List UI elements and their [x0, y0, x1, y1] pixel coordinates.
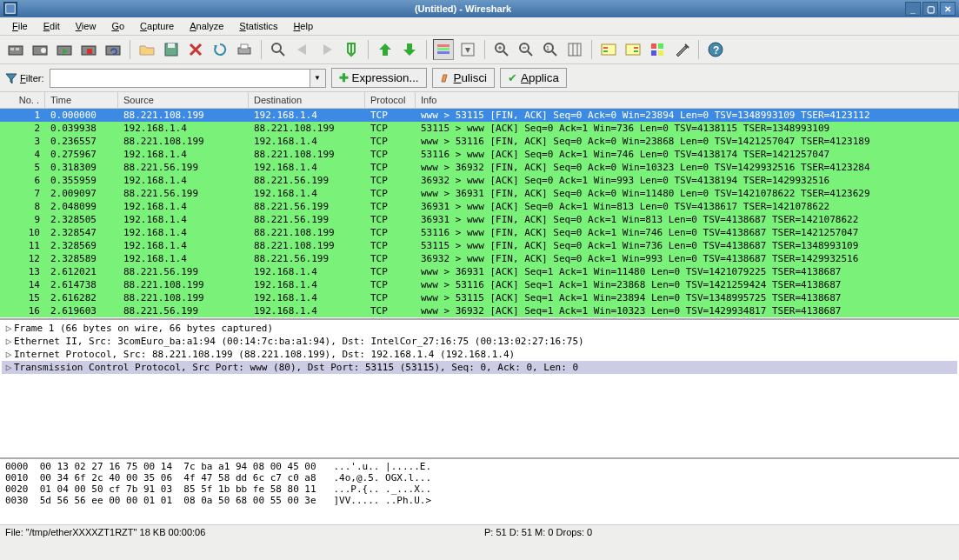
- preferences-icon[interactable]: [671, 39, 692, 60]
- menubar: File Edit View Go Capture Analyze Statis…: [0, 17, 959, 36]
- svg-line-37: [552, 51, 556, 56]
- tree-toggle-icon[interactable]: ▷: [3, 336, 14, 347]
- menu-edit[interactable]: Edit: [37, 19, 67, 33]
- go-back-icon[interactable]: [292, 39, 313, 60]
- zoom-in-icon[interactable]: [491, 39, 512, 60]
- col-header-source[interactable]: Source: [118, 92, 249, 108]
- go-first-icon[interactable]: [375, 39, 396, 60]
- packet-row[interactable]: 92.328505192.168.1.488.221.56.199TCP3693…: [0, 213, 959, 226]
- filter-label[interactable]: Filter:: [5, 72, 44, 84]
- zoom-out-icon[interactable]: [516, 39, 536, 60]
- packet-row[interactable]: 142.61473888.221.108.199192.168.1.4TCPww…: [0, 278, 959, 291]
- packet-row[interactable]: 10.00000088.221.108.199192.168.1.4TCPwww…: [0, 109, 959, 122]
- minimize-button[interactable]: _: [905, 2, 921, 16]
- svg-rect-48: [651, 43, 656, 49]
- hex-row[interactable]: 0020 01 04 00 50 cf 7b 91 03 85 5f 1b bb…: [5, 483, 954, 495]
- capture-filters-icon[interactable]: [598, 39, 619, 60]
- packet-row[interactable]: 152.61628288.221.108.199192.168.1.4TCPww…: [0, 291, 959, 304]
- titlebar: (Untitled) - Wireshark _ ▢ ✕: [0, 0, 959, 17]
- detail-row[interactable]: ▷ Internet Protocol, Src: 88.221.108.199…: [2, 348, 957, 361]
- go-to-packet-icon[interactable]: [341, 39, 362, 60]
- svg-marker-19: [323, 44, 332, 55]
- col-header-proto[interactable]: Protocol: [365, 92, 416, 108]
- packet-row[interactable]: 122.328589192.168.1.488.221.56.199TCP369…: [0, 252, 959, 265]
- menu-file[interactable]: File: [5, 19, 35, 33]
- colorize-icon[interactable]: [433, 39, 454, 60]
- tree-toggle-icon[interactable]: ▷: [3, 349, 14, 360]
- packet-row[interactable]: 40.275967192.168.1.488.221.108.199TCP531…: [0, 148, 959, 161]
- col-header-dest[interactable]: Destination: [249, 92, 365, 108]
- maximize-button[interactable]: ▢: [922, 2, 938, 16]
- filter-dropdown[interactable]: ▼: [310, 69, 326, 88]
- packet-row[interactable]: 102.328547192.168.1.488.221.108.199TCP53…: [0, 226, 959, 239]
- apply-button[interactable]: ✔ Applica: [500, 68, 567, 88]
- packet-row[interactable]: 82.048099192.168.1.488.221.56.199TCP3693…: [0, 200, 959, 213]
- menu-help[interactable]: Help: [286, 19, 320, 33]
- svg-rect-43: [603, 47, 608, 49]
- go-forward-icon[interactable]: [316, 39, 337, 60]
- packet-row[interactable]: 132.61202188.221.56.199192.168.1.4TCPwww…: [0, 265, 959, 278]
- print-icon[interactable]: [234, 39, 255, 60]
- options-icon[interactable]: [30, 39, 50, 60]
- statusbar: File: "/tmp/etherXXXXZT1RZT" 18 KB 00:00…: [0, 524, 959, 539]
- restart-capture-icon[interactable]: [103, 39, 123, 60]
- packet-row[interactable]: 30.23655788.221.108.199192.168.1.4TCPwww…: [0, 135, 959, 148]
- app-icon: [3, 2, 17, 16]
- display-filters-icon[interactable]: [623, 39, 643, 60]
- hex-row[interactable]: 0000 00 13 02 27 16 75 00 14 7c ba a1 94…: [5, 461, 954, 472]
- col-header-no[interactable]: No. .: [0, 92, 45, 108]
- interfaces-icon[interactable]: [5, 39, 26, 60]
- menu-go[interactable]: Go: [104, 19, 131, 33]
- packet-row[interactable]: 60.355959192.168.1.488.221.56.199TCP3693…: [0, 174, 959, 187]
- menu-view[interactable]: View: [69, 19, 103, 33]
- menu-capture[interactable]: Capture: [133, 19, 181, 33]
- tree-toggle-icon[interactable]: ▷: [3, 362, 14, 373]
- start-capture-icon[interactable]: [54, 39, 75, 60]
- hex-row[interactable]: 0010 00 34 6f 2c 40 00 35 06 4f 47 58 dd…: [5, 472, 954, 483]
- close-button[interactable]: ✕: [940, 2, 956, 16]
- detail-row[interactable]: ▷ Transmission Control Protocol, Src Por…: [2, 361, 957, 374]
- packet-details[interactable]: ▷ Frame 1 (66 bytes on wire, 66 bytes ca…: [0, 320, 959, 459]
- svg-rect-46: [634, 47, 638, 49]
- find-icon[interactable]: [268, 39, 289, 60]
- help-icon[interactable]: ?: [705, 39, 726, 60]
- detail-row[interactable]: ▷ Ethernet II, Src: 3comEuro_ba:a1:94 (0…: [2, 335, 957, 348]
- stop-capture-icon[interactable]: [78, 39, 99, 60]
- filter-input[interactable]: [50, 69, 310, 88]
- packet-row[interactable]: 20.039938192.168.1.488.221.108.199TCP531…: [0, 122, 959, 135]
- reload-icon[interactable]: [210, 39, 230, 60]
- go-last-icon[interactable]: [399, 39, 420, 60]
- col-header-time[interactable]: Time: [45, 92, 118, 108]
- svg-rect-10: [106, 46, 120, 55]
- hex-row[interactable]: 0030 5d 56 56 ee 00 00 01 01 08 0a 50 68…: [5, 495, 954, 506]
- packet-row[interactable]: 112.328569192.168.1.488.221.108.199TCP53…: [0, 239, 959, 252]
- packet-row[interactable]: 50.31830988.221.56.199192.168.1.4TCPwww …: [0, 161, 959, 174]
- svg-text:?: ?: [713, 44, 719, 57]
- coloring-rules-icon[interactable]: [647, 39, 668, 60]
- clear-button[interactable]: Pulisci: [432, 68, 496, 88]
- open-icon[interactable]: [137, 39, 157, 60]
- packet-row[interactable]: 162.61960388.221.56.199192.168.1.4TCPwww…: [0, 304, 959, 317]
- auto-scroll-icon[interactable]: [457, 39, 478, 60]
- expression-button[interactable]: ✚ Expression...: [331, 68, 427, 88]
- menu-statistics[interactable]: Statistics: [232, 19, 284, 33]
- tree-toggle-icon[interactable]: ▷: [3, 323, 14, 334]
- packet-row[interactable]: 72.00909788.221.56.199192.168.1.4TCPwww …: [0, 187, 959, 200]
- menu-analyze[interactable]: Analyze: [183, 19, 230, 33]
- resize-columns-icon[interactable]: [564, 39, 585, 60]
- svg-marker-23: [403, 43, 416, 56]
- svg-line-17: [280, 51, 284, 56]
- svg-rect-44: [603, 50, 608, 52]
- status-packets: P: 51 D: 51 M: 0 Drops: 0: [484, 527, 728, 537]
- col-header-info[interactable]: Info: [416, 92, 959, 108]
- detail-row[interactable]: ▷ Frame 1 (66 bytes on wire, 66 bytes ca…: [2, 322, 957, 335]
- zoom-reset-icon[interactable]: 1: [540, 39, 561, 60]
- packet-list[interactable]: No. . Time Source Destination Protocol I…: [0, 92, 959, 320]
- svg-rect-2: [10, 48, 14, 50]
- packet-bytes[interactable]: 0000 00 13 02 27 16 75 00 14 7c ba a1 94…: [0, 459, 959, 524]
- window-title: (Untitled) - Wireshark: [21, 3, 905, 14]
- svg-point-5: [41, 48, 46, 53]
- svg-text:1: 1: [546, 45, 549, 51]
- close-file-icon[interactable]: [185, 39, 206, 60]
- save-icon[interactable]: [161, 39, 182, 60]
